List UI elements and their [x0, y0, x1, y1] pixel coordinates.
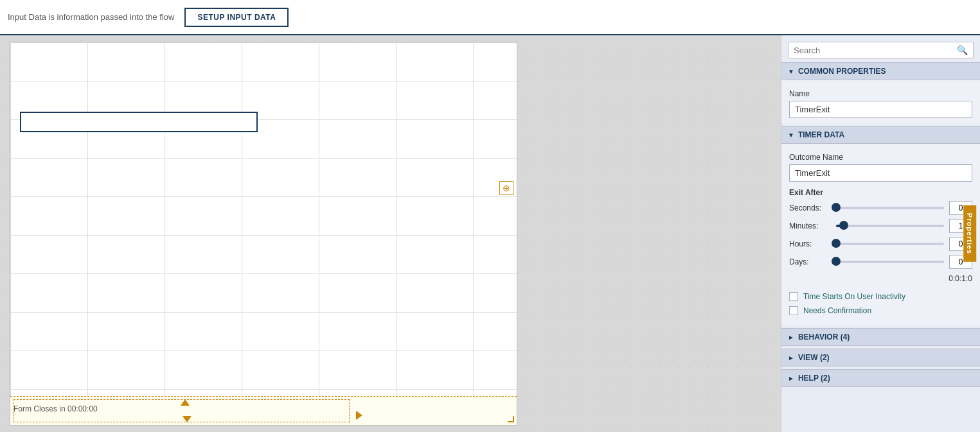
help-label: HELP (2): [798, 374, 830, 383]
hours-row: Hours:: [789, 237, 972, 251]
hours-slider-track[interactable]: [836, 243, 944, 245]
search-icon: 🔍: [957, 45, 968, 55]
hours-label: Hours:: [789, 239, 831, 248]
needs-confirmation-label[interactable]: Needs Confirmation: [803, 306, 871, 315]
main-layout: ⊕ Form Closes in 00:00:00 Properties 🔍: [0, 35, 980, 432]
days-slider-track[interactable]: [836, 261, 944, 263]
minutes-slider-thumb[interactable]: [839, 221, 848, 230]
help-section-header[interactable]: ► HELP (2): [781, 369, 980, 387]
move-handle[interactable]: ⊕: [499, 181, 513, 195]
top-bar: Input Data is information passed into th…: [0, 0, 980, 35]
chevron-right-icon-2: ►: [788, 354, 794, 361]
seconds-slider-track[interactable]: [836, 207, 944, 209]
needs-confirmation-checkbox[interactable]: [789, 306, 798, 315]
search-input[interactable]: [794, 46, 957, 55]
common-properties-label: COMMON PROPERTIES: [798, 67, 886, 76]
seconds-slider-thumb[interactable]: [832, 203, 841, 212]
time-starts-inactivity-checkbox[interactable]: [789, 292, 798, 301]
minutes-label: Minutes:: [789, 221, 831, 230]
setup-input-data-button[interactable]: SETUP INPUT DATA: [184, 8, 289, 27]
name-field-label: Name: [789, 89, 972, 98]
timer-data-header[interactable]: ▼ TIMER DATA: [781, 126, 980, 144]
view-label: VIEW (2): [798, 353, 830, 362]
minutes-slider-track[interactable]: [836, 225, 944, 227]
hours-slider-thumb[interactable]: [832, 239, 841, 248]
chevron-right-icon: ►: [788, 334, 794, 341]
chevron-down-icon-2: ▼: [788, 132, 794, 139]
timer-data-content: Outcome Name Exit After Seconds: Minutes…: [781, 144, 980, 325]
footer-arrow-up: [181, 399, 190, 406]
time-starts-inactivity-label[interactable]: Time Starts On User Inactivity: [803, 292, 905, 301]
form-canvas: ⊕ Form Closes in 00:00:00: [10, 42, 517, 426]
minutes-row: Minutes:: [789, 219, 972, 233]
footer-arrow-right: [356, 411, 362, 420]
form-footer: Form Closes in 00:00:00: [10, 396, 517, 425]
seconds-row: Seconds:: [789, 201, 972, 215]
time-starts-inactivity-row: Time Starts On User Inactivity: [789, 292, 972, 301]
chevron-right-icon-3: ►: [788, 375, 794, 382]
canvas-input-field[interactable]: [20, 112, 258, 132]
search-bar: 🔍: [788, 42, 974, 58]
chevron-down-icon: ▼: [788, 68, 794, 75]
exit-after-label: Exit After: [789, 188, 972, 197]
footer-corner: [508, 416, 514, 422]
needs-confirmation-row: Needs Confirmation: [789, 306, 972, 315]
common-properties-content: Name: [781, 80, 980, 123]
view-section-header[interactable]: ► VIEW (2): [781, 349, 980, 367]
behavior-section-header[interactable]: ► BEHAVIOR (4): [781, 328, 980, 346]
seconds-label: Seconds:: [789, 203, 831, 212]
right-panel: Properties 🔍 ▼ COMMON PROPERTIES Name ▼ …: [781, 35, 980, 432]
grid-container: ⊕: [10, 42, 517, 396]
outcome-name-label: Outcome Name: [789, 153, 972, 162]
days-slider-thumb[interactable]: [832, 257, 841, 266]
properties-side-tab[interactable]: Properties: [963, 205, 976, 262]
info-text: Input Data is information passed into th…: [8, 12, 174, 22]
name-field-input[interactable]: [789, 101, 972, 118]
behavior-label: BEHAVIOR (4): [798, 333, 850, 341]
outcome-name-input[interactable]: [789, 164, 972, 182]
days-label: Days:: [789, 257, 831, 266]
canvas-area: ⊕ Form Closes in 00:00:00: [0, 35, 781, 432]
form-grid: ⊕: [10, 42, 517, 396]
common-properties-header[interactable]: ▼ COMMON PROPERTIES: [781, 62, 980, 80]
timer-total: 0:0:1:0: [789, 273, 972, 287]
timer-data-label: TIMER DATA: [798, 130, 844, 139]
days-row: Days:: [789, 255, 972, 269]
footer-arrow-down: [183, 416, 192, 422]
move-icon: ⊕: [503, 183, 510, 193]
